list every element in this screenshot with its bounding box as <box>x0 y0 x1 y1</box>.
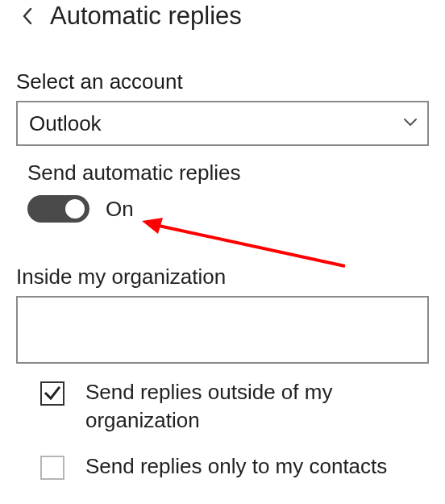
send-outside-label: Send replies outside of my organization <box>85 378 392 435</box>
send-contacts-only-label: Send replies only to my contacts <box>85 452 387 481</box>
inside-org-label: Inside my organization <box>0 223 445 296</box>
toggle-knob <box>65 199 85 219</box>
account-label: Select an account <box>0 37 445 101</box>
send-contacts-only-checkbox[interactable] <box>40 456 64 480</box>
toggle-state-label: On <box>106 197 134 222</box>
auto-replies-toggle[interactable] <box>27 195 89 223</box>
chevron-left-icon <box>22 7 33 25</box>
page-title: Automatic replies <box>50 2 242 31</box>
inside-org-textarea[interactable] <box>16 296 429 364</box>
checkmark-icon <box>44 385 61 402</box>
back-button[interactable] <box>16 5 39 27</box>
account-select[interactable]: Outlook <box>16 101 429 146</box>
send-outside-checkbox[interactable] <box>40 381 64 406</box>
auto-replies-label: Send automatic replies <box>0 146 445 192</box>
